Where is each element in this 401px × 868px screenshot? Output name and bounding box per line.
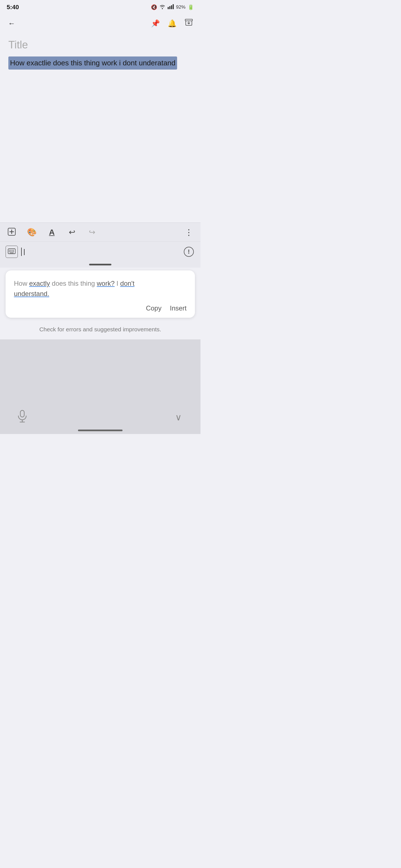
input-bar: | ! <box>0 242 200 261</box>
drag-handle[interactable] <box>0 261 200 268</box>
add-icon <box>7 227 16 237</box>
archive-button[interactable] <box>183 17 195 30</box>
warning-button[interactable]: ! <box>183 246 195 258</box>
back-arrow-icon: ← <box>8 19 15 28</box>
signal-icon <box>168 4 174 10</box>
svg-rect-17 <box>10 253 13 253</box>
toolbar: 🎨 A ↩ ↪ ⋮ <box>0 223 200 242</box>
svg-rect-0 <box>168 7 169 9</box>
warning-circle-icon: ! <box>184 247 194 257</box>
wifi-icon <box>159 4 165 10</box>
suggestion-card: How exactly does this thing work? I don'… <box>6 271 195 318</box>
drag-bar-indicator <box>89 264 111 266</box>
svg-rect-18 <box>20 410 24 417</box>
text-icon: A <box>49 228 55 237</box>
svg-rect-1 <box>169 6 170 9</box>
mute-icon: 🔇 <box>151 4 157 10</box>
notification-bell-button[interactable]: 🔔 <box>166 17 178 30</box>
svg-rect-13 <box>9 251 10 252</box>
pin-icon: 📌 <box>151 19 160 28</box>
svg-rect-3 <box>173 4 174 9</box>
nav-right: 📌 🔔 <box>149 17 195 30</box>
suggestion-phrase-dont: don't <box>120 280 135 287</box>
keyboard-area: ∨ <box>0 339 200 434</box>
redo-icon: ↪ <box>89 227 95 237</box>
keyboard-toggle-button[interactable] <box>6 246 18 258</box>
suggestion-word-understand: understand. <box>14 290 49 298</box>
archive-icon <box>184 18 193 29</box>
bell-alert-icon: 🔔 <box>168 19 176 28</box>
note-body-text: How exactlie does this thing work i dont… <box>10 59 175 67</box>
svg-rect-11 <box>12 250 12 251</box>
svg-rect-4 <box>185 19 193 21</box>
svg-rect-12 <box>13 250 14 251</box>
chevron-down-button[interactable]: ∨ <box>170 409 187 426</box>
svg-rect-10 <box>10 250 11 251</box>
text-format-button[interactable]: A <box>46 226 58 239</box>
suggestion-word-exactly: exactly <box>29 280 50 287</box>
palette-button[interactable]: 🎨 <box>26 226 38 239</box>
svg-rect-14 <box>10 251 11 252</box>
add-content-button[interactable] <box>6 226 18 239</box>
battery-level: 92% <box>176 4 185 10</box>
toolbar-left: 🎨 A ↩ ↪ <box>6 226 98 239</box>
back-button[interactable]: ← <box>6 17 18 30</box>
status-time: 5:40 <box>7 4 19 11</box>
note-title-placeholder[interactable]: Title <box>8 39 192 51</box>
battery-icon: 🔋 <box>188 4 194 10</box>
undo-button[interactable]: ↩ <box>66 226 78 239</box>
svg-rect-16 <box>13 251 14 252</box>
suggestion-actions: Copy Insert <box>14 304 187 312</box>
suggestion-text: How exactly does this thing work? I don'… <box>14 278 187 299</box>
note-body-selected[interactable]: How exactlie does this thing work i dont… <box>8 57 177 69</box>
top-nav: ← 📌 🔔 <box>0 13 200 33</box>
svg-rect-2 <box>171 5 172 9</box>
help-text: Check for errors and suggested improveme… <box>0 320 200 338</box>
status-bar: 5:40 🔇 92% 🔋 <box>0 0 200 13</box>
suggestion-word-work: work? <box>97 280 115 287</box>
microphone-icon <box>17 410 27 425</box>
chevron-down-icon: ∨ <box>175 412 181 423</box>
copy-button[interactable]: Copy <box>146 304 162 312</box>
pin-button[interactable]: 📌 <box>149 17 162 30</box>
redo-button[interactable]: ↪ <box>86 226 98 239</box>
undo-icon: ↩ <box>69 227 75 237</box>
text-cursor[interactable]: | <box>21 248 179 256</box>
microphone-button[interactable] <box>14 409 31 426</box>
more-icon: ⋮ <box>184 227 193 237</box>
keyboard-icon <box>8 248 16 255</box>
palette-icon: 🎨 <box>27 227 37 237</box>
insert-button[interactable]: Insert <box>170 304 187 312</box>
nav-left: ← <box>6 17 18 30</box>
home-indicator <box>78 430 122 431</box>
note-area: Title How exactlie does this thing work … <box>0 33 200 223</box>
status-icons: 🔇 92% 🔋 <box>151 4 194 10</box>
more-options-button[interactable]: ⋮ <box>183 226 195 239</box>
svg-rect-9 <box>9 250 10 251</box>
svg-rect-15 <box>12 251 12 252</box>
